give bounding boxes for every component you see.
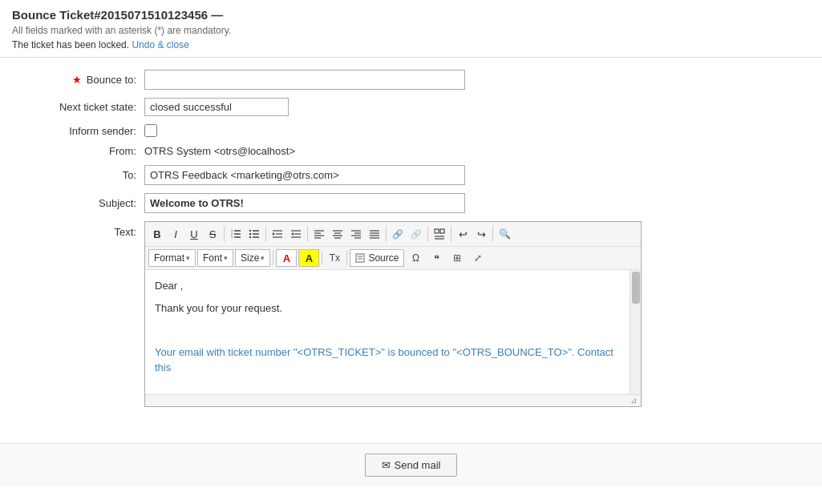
omega-button[interactable]: Ω (406, 249, 425, 267)
separator6 (451, 226, 451, 242)
clear-format-button[interactable]: Tx (325, 249, 344, 267)
separator3 (307, 226, 308, 242)
from-label: From: (16, 145, 144, 157)
next-state-label: Next ticket state: (16, 101, 144, 113)
svg-rect-36 (435, 229, 439, 233)
svg-rect-37 (440, 229, 444, 233)
inform-sender-label: Inform sender: (16, 125, 144, 137)
scrollbar-track[interactable] (630, 270, 641, 394)
format-label: Format (154, 252, 184, 264)
editor-line4 (155, 322, 626, 338)
next-state-input[interactable] (144, 98, 289, 116)
text-label: Text: (16, 221, 144, 238)
clear-format-label: Tx (330, 252, 340, 264)
font-chevron: ▾ (224, 254, 228, 262)
bounce-to-input[interactable] (144, 70, 465, 90)
special-button[interactable]: ⊞ (447, 249, 467, 267)
size-chevron: ▾ (261, 254, 265, 262)
block-button[interactable] (431, 225, 448, 243)
size-label: Size (241, 252, 259, 264)
strikethrough-button[interactable]: S (204, 225, 221, 243)
unordered-list-button[interactable] (245, 225, 263, 243)
editor-wrapper: B I U S 123 (144, 221, 642, 407)
send-icon: ✉ (382, 459, 391, 471)
font-dropdown[interactable]: Font ▾ (197, 249, 233, 267)
to-input[interactable] (144, 165, 465, 185)
inform-sender-checkbox[interactable] (144, 124, 157, 137)
svg-point-9 (249, 230, 251, 232)
font-label: Font (203, 252, 222, 264)
separator2 (265, 226, 266, 242)
resize-handle[interactable]: ⊿ (630, 396, 640, 405)
align-center-button[interactable] (329, 225, 346, 243)
editor-scroll-area: Dear , Thank you for your request. Your … (145, 270, 641, 394)
size-dropdown[interactable]: Size ▾ (235, 249, 270, 267)
t2-sep3 (346, 251, 347, 265)
svg-marker-19 (291, 232, 294, 236)
find-button[interactable]: 🔍 (496, 225, 513, 243)
subject-input[interactable] (144, 193, 465, 213)
redo-button[interactable]: ↪ (472, 225, 490, 243)
lock-notice: The ticket has been locked. Undo & close (12, 39, 810, 50)
separator5 (427, 226, 428, 242)
lock-text: The ticket has been locked. (12, 39, 129, 50)
link-button[interactable]: 🔗 (389, 225, 407, 243)
editor-line6: Your email with ticket number "<OTRS_TIC… (155, 345, 626, 376)
omega-label: Ω (412, 252, 419, 264)
required-star: ★ (72, 74, 82, 86)
send-mail-button[interactable]: ✉ Send mail (365, 454, 458, 477)
subject-label: Subject: (16, 197, 144, 209)
align-right-button[interactable] (347, 225, 365, 243)
quote-button[interactable]: ❝ (427, 249, 446, 267)
from-value: OTRS System <otrs@localhost> (144, 145, 295, 157)
page-title: Bounce Ticket#20150715101234​56 — (12, 8, 810, 22)
svg-point-10 (249, 233, 251, 235)
outdent-button[interactable] (287, 225, 305, 243)
source-button[interactable]: Source (350, 249, 404, 267)
italic-button[interactable]: I (167, 225, 184, 243)
underline-button[interactable]: U (185, 225, 203, 243)
editor-body[interactable]: Dear , Thank you for your request. Your … (145, 270, 641, 394)
subject-row: Subject: (16, 193, 806, 213)
svg-text:3: 3 (231, 235, 233, 239)
next-state-row: Next ticket state: (16, 98, 806, 116)
editor-line1: Dear , (155, 278, 626, 294)
font-color-button[interactable]: A (276, 249, 297, 267)
t2-sep2 (322, 251, 322, 265)
format-chevron: ▾ (186, 254, 190, 262)
unlink-button[interactable]: 🔗 (407, 225, 425, 243)
from-row: From: OTRS System <otrs@localhost> (16, 145, 806, 157)
bounce-to-row: ★ Bounce to: (16, 70, 806, 90)
page-header: Bounce Ticket#20150715101234​56 — All fi… (0, 0, 822, 58)
t2-sep1 (273, 251, 273, 265)
main-content: ★ Bounce to: Next ticket state: Inform s… (0, 58, 822, 427)
page-footer: ✉ Send mail (0, 443, 822, 486)
bold-button[interactable]: B (148, 225, 166, 243)
format-dropdown[interactable]: Format ▾ (148, 249, 196, 267)
editor-line3: Thank you for your request. (155, 300, 626, 317)
indent-button[interactable] (269, 225, 286, 243)
scrollbar-thumb (632, 272, 640, 304)
bg-color-button[interactable]: A (298, 249, 319, 267)
bg-color-label: A (306, 252, 313, 264)
undo-close-link[interactable]: Undo & close (132, 39, 188, 50)
editor-toolbar2: Format ▾ Font ▾ Size ▾ A A (145, 247, 641, 270)
svg-point-11 (249, 236, 251, 238)
svg-marker-15 (273, 232, 275, 236)
ordered-list-button[interactable]: 123 (227, 225, 245, 243)
to-label: To: (16, 169, 144, 181)
editor-toolbar: B I U S 123 (145, 222, 641, 247)
text-row: Text: B I U S 123 (16, 221, 806, 407)
source-label: Source (368, 252, 399, 264)
bounce-to-label: ★ Bounce to: (16, 74, 144, 86)
maximize-button[interactable]: ⤢ (468, 249, 488, 267)
send-label: Send mail (395, 459, 441, 471)
page-subtitle: All fields marked with an asterisk (*) a… (12, 25, 810, 36)
svg-rect-40 (356, 254, 364, 262)
editor-resize-bar: ⊿ (145, 394, 641, 406)
align-justify-button[interactable] (366, 225, 383, 243)
separator4 (386, 226, 387, 242)
align-left-button[interactable] (310, 225, 328, 243)
undo-button[interactable]: ↩ (454, 225, 472, 243)
font-color-label: A (283, 252, 290, 264)
